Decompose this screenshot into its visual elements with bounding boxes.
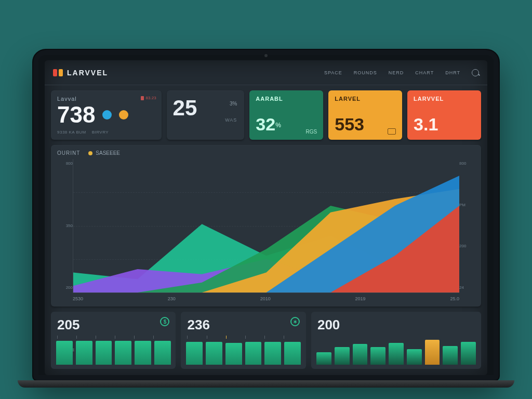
legend-dot-icon (88, 151, 92, 155)
nav-item-3[interactable]: CHART (415, 70, 434, 75)
stat2-unit2: WAS (225, 117, 237, 123)
dot-icon-amber (119, 110, 128, 119)
nav-item-0[interactable]: SPACE (324, 70, 342, 75)
stat-card-1[interactable]: 83.23 Lavval 738 9338 KA BUM BIRVRY (51, 90, 162, 140)
tile-green-title: AARABL (256, 96, 317, 102)
chart-title: OURINT (57, 150, 80, 156)
tile-orange-title: LARVVEL (414, 96, 475, 102)
area-chart-card: OURINT SASEEEE 800350200 253023020102019… (51, 145, 481, 307)
nav-item-2[interactable]: NERD (389, 70, 404, 75)
bottom-card-3[interactable]: 200 (311, 312, 481, 369)
nav-item-4[interactable]: DHRT (445, 70, 460, 75)
stat2-unit: 3% (230, 101, 237, 107)
bottom-row: 205 $ RASENE 236 ✶ 200 (45, 307, 487, 375)
x-axis: 25302302010201925.0 (73, 293, 459, 301)
dashboard-screen: LARVVEL SPACE ROUNDS NERD CHART DHRT 83.… (45, 60, 487, 375)
b1-bars (56, 339, 170, 365)
chart-wrap: 800350200 25302302010201925.0 800PM20024 (57, 159, 475, 301)
chart-body: 25302302010201925.0 (73, 159, 459, 301)
header: LARVVEL SPACE ROUNDS NERD CHART DHRT (45, 60, 487, 85)
bottom-card-1[interactable]: 205 $ RASENE (51, 312, 176, 369)
stat1-foot2: BIRVRY (92, 130, 109, 135)
b2-bars (186, 339, 300, 365)
b3-bars (316, 339, 476, 365)
stat1-foot1: 9338 KA BUM (57, 130, 86, 135)
brand-mark-icon (53, 69, 63, 76)
card-icon (388, 128, 396, 135)
y-axis-right: 800PM20024 (459, 159, 475, 301)
search-icon[interactable] (472, 69, 479, 76)
nav-item-1[interactable]: ROUNDS (354, 70, 377, 75)
tile-green-unit: % (275, 122, 281, 129)
stat1-value: 738 (57, 102, 95, 128)
tile-green[interactable]: AARABL 32% RGS (249, 90, 323, 140)
stats-row: 83.23 Lavval 738 9338 KA BUM BIRVRY 25 3… (45, 85, 487, 140)
tile-orange-value: 3.1 (414, 114, 475, 135)
alert-badge: 83.23 (141, 96, 156, 100)
tile-amber-value: 553 (335, 114, 396, 135)
tile-amber-title: LARVEL (335, 96, 396, 102)
tile-amber[interactable]: LARVEL 553 (328, 90, 402, 140)
top-nav: SPACE ROUNDS NERD CHART DHRT (324, 69, 479, 76)
b3-value: 200 (317, 317, 475, 333)
laptop-frame: LARVVEL SPACE ROUNDS NERD CHART DHRT 83.… (32, 49, 500, 381)
chart-legend: SASEEEE (88, 150, 120, 156)
b2-value: 236 (187, 317, 299, 333)
area-svg (73, 159, 459, 292)
stat2-value: 25 (173, 96, 238, 121)
y-axis-left: 800350200 (57, 159, 73, 301)
b1-value: 205 (57, 317, 169, 333)
camera-dot (264, 54, 268, 57)
tile-green-value: 32 (256, 114, 275, 134)
tile-green-corner: RGS (306, 129, 317, 135)
bottom-card-2[interactable]: 236 ✶ (181, 312, 305, 369)
brand-name: LARVVEL (67, 69, 108, 77)
legend-label: SASEEEE (96, 150, 120, 156)
dot-icon-blue (102, 110, 112, 119)
brand[interactable]: LARVVEL (53, 69, 108, 77)
stat-card-2[interactable]: 25 3% WAS (167, 90, 245, 140)
shield-circle-icon: ✶ (290, 317, 300, 326)
chart-plot[interactable] (73, 159, 459, 293)
tile-orange[interactable]: LARVVEL 3.1 (407, 90, 481, 140)
